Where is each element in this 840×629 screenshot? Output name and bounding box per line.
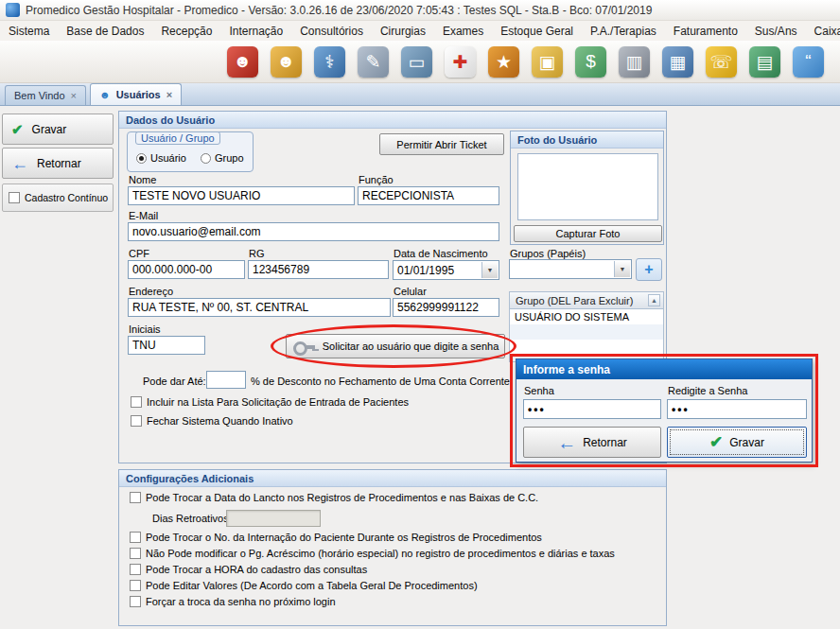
funcao-label: Função (359, 174, 394, 185)
checkbox-label: Pode Editar Valores (De Acordo com a Tab… (146, 580, 478, 591)
save-button-label: Gravar (32, 123, 67, 136)
cadastro-continuo-label: Cadastro Contínuo (25, 192, 108, 203)
app-window: Promedico Gestão Hospitalar - Promedico … (0, 0, 840, 629)
checkbox-label: Pode Trocar o No. da Internação do Pacie… (146, 532, 542, 543)
radio-circle (136, 153, 147, 164)
checkbox-box (130, 492, 141, 503)
menu-item-8[interactable]: P.A./Terapias (582, 25, 665, 38)
list-item[interactable]: USUÁRIO DO SISTEMA (510, 309, 663, 324)
checkbox-label: Pode Trocar a HORA do cadastro das consu… (146, 564, 367, 575)
return-button-label: Retornar (37, 157, 81, 170)
estoque-icon[interactable]: ▣ (532, 46, 563, 78)
agenda-icon[interactable]: ▤ (749, 46, 780, 78)
dialog-return-button[interactable]: ← Retornar (523, 427, 661, 458)
menu-item-7[interactable]: Estoque Geral (492, 25, 582, 38)
patients-icon[interactable]: ☻ (227, 46, 258, 78)
faturamento-icon[interactable]: $ (575, 46, 606, 78)
tab-usuarios[interactable]: ☻ Usuários × (90, 83, 182, 105)
tipo-groupbox: Usuário / Grupo Usuário Grupo (127, 131, 254, 172)
menu-item-0[interactable]: Sistema (0, 25, 58, 38)
radio-grupo-label: Grupo (215, 152, 244, 164)
checkbox-fechar-sistema[interactable]: Fechar Sistema Quando Inativo (131, 415, 293, 427)
senha-dialog: Informe a senha Senha Redigite a Senha ←… (516, 358, 813, 463)
menu-item-5[interactable]: Cirurgias (372, 25, 434, 38)
doctor-icon[interactable]: ⚕ (314, 46, 345, 78)
checkbox-editar-valores[interactable]: Pode Editar Valores (De Acordo com a Tab… (130, 580, 478, 591)
chat-icon[interactable]: “ (793, 46, 824, 78)
window-title: Promedico Gestão Hospitalar - Promedico … (26, 4, 652, 17)
save-button[interactable]: ✔ Gravar (2, 114, 114, 145)
nome-input[interactable] (128, 186, 355, 205)
checkbox-box (131, 415, 142, 427)
cpf-input[interactable] (128, 260, 245, 279)
menu-item-6[interactable]: Exames (434, 25, 492, 38)
endereco-input[interactable] (128, 298, 391, 317)
tab-bem-vindo[interactable]: Bem Vindo × (5, 85, 86, 105)
ambulance-icon[interactable]: ✚ (445, 46, 476, 78)
plus-icon: + (644, 261, 653, 278)
celular-input[interactable] (393, 298, 499, 317)
dias-retroativos-input (226, 510, 321, 527)
checkbox-trocar-hora-consultas[interactable]: Pode Trocar a HORA do cadastro das consu… (130, 564, 367, 575)
menu-item-1[interactable]: Base de Dados (58, 25, 152, 38)
nascimento-combo[interactable]: 01/01/1995 ▼ (393, 260, 499, 280)
grupo-list[interactable]: USUÁRIO DO SISTEMA (509, 309, 664, 362)
menu-item-11[interactable]: Caixa (806, 25, 840, 38)
grupos-papeis-combo[interactable]: ▼ (509, 259, 632, 279)
return-button[interactable]: ← Retornar (2, 148, 114, 179)
iniciais-input[interactable] (128, 336, 205, 355)
checkbox-box (130, 564, 141, 575)
menu-item-10[interactable]: Sus/Ans (746, 25, 806, 38)
config-adicionais-header: Configurações Adicionais (119, 470, 666, 487)
dialog-return-label: Retornar (583, 436, 627, 449)
permitir-ticket-button[interactable]: Permitir Abrir Ticket (379, 133, 504, 155)
hospital-bed-icon[interactable]: ▭ (401, 46, 432, 78)
checkbox-box (130, 532, 141, 543)
rg-input[interactable] (248, 260, 389, 279)
capturar-foto-button[interactable]: Capturar Foto (514, 225, 662, 242)
email-input[interactable] (128, 222, 499, 241)
telefone-icon[interactable]: ☏ (706, 46, 737, 78)
radio-usuario[interactable]: Usuário (136, 152, 186, 164)
foto-group: Foto do Usuário Capturar Foto (510, 131, 664, 245)
list-stripe (510, 340, 663, 355)
menu-item-9[interactable]: Faturamento (665, 25, 746, 38)
chevron-down-icon[interactable]: ▼ (481, 262, 498, 278)
checkbox-trocar-no-internacao[interactable]: Pode Trocar o No. da Internação do Pacie… (130, 532, 542, 543)
check-icon: ✔ (11, 121, 24, 138)
checkbox-incluir-lista[interactable]: Incluir na Lista Para Solicitação de Ent… (131, 396, 409, 408)
checkbox-box (131, 396, 142, 408)
senha-input[interactable] (523, 399, 661, 419)
desconto-input[interactable] (206, 371, 246, 389)
checkbox-forcar-troca-senha[interactable]: Forçar a troca da senha no próximo login (130, 596, 336, 607)
terapias-icon[interactable]: ★ (488, 46, 519, 78)
tab-close-icon[interactable]: × (71, 90, 77, 101)
funcao-input[interactable] (358, 186, 499, 205)
tab-close-icon[interactable]: × (166, 89, 172, 100)
desconto-after-label: % de Desconto no Fechamento de Uma Conta… (251, 376, 510, 387)
add-group-button[interactable]: + (636, 258, 662, 281)
checkbox-trocar-data-lancto[interactable]: Pode Trocar a Data do Lancto nos Registr… (130, 492, 538, 503)
nascimento-value: 01/01/1995 (397, 264, 454, 277)
menu-item-4[interactable]: Consultórios (291, 25, 372, 38)
solicitar-senha-button[interactable]: Solicitar ao usuário que digite a senha (286, 334, 505, 358)
redigite-senha-input[interactable] (667, 399, 807, 419)
checkbox-nao-modificar-acrescimo[interactable]: Não Pode modificar o Pg. Acréscimo (horá… (130, 548, 615, 559)
reception-icon[interactable]: ☻ (271, 46, 302, 78)
cofre-icon[interactable]: ▥ (619, 46, 650, 78)
grupo-list-header[interactable]: Grupo (DEL Para Excluir) ▲ (509, 291, 664, 309)
prescription-icon[interactable]: ✎ (358, 46, 389, 78)
scroll-up-icon[interactable]: ▲ (648, 294, 660, 306)
checkbox-box (130, 580, 141, 591)
grupo-list-header-label: Grupo (DEL Para Excluir) (516, 295, 633, 306)
menu-item-2[interactable]: Recepção (152, 25, 220, 38)
chevron-down-icon[interactable]: ▼ (614, 261, 630, 277)
menu-item-3[interactable]: Internação (220, 25, 291, 38)
solicitar-senha-label: Solicitar ao usuário que digite a senha (323, 341, 499, 352)
radio-grupo[interactable]: Grupo (201, 152, 244, 164)
dias-retroativos-label: Dias Retroativos : (152, 513, 235, 524)
dialog-save-button[interactable]: ✔ Gravar (667, 427, 807, 458)
caixa-icon[interactable]: ▦ (662, 46, 693, 78)
foto-group-header: Foto do Usuário (511, 131, 663, 149)
cadastro-continuo-checkbox[interactable]: Cadastro Contínuo (2, 183, 114, 212)
